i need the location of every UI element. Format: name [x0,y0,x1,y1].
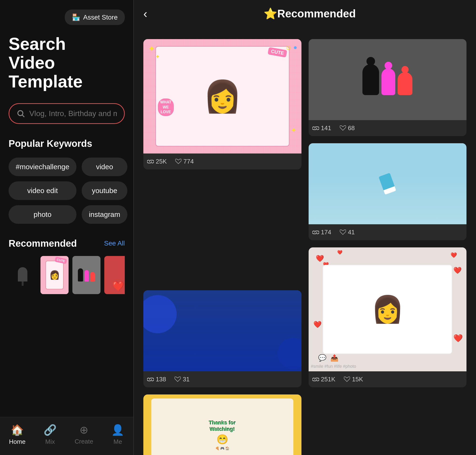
right-panel: ‹ ⭐Recommended New ⭐Recommended Vlog G..… [134,0,476,455]
silhouette-figures [362,64,413,95]
link-count: 25K [156,158,167,165]
tunnel-visual [13,262,32,288]
link-stat: 141 [312,124,331,132]
card-silhouette[interactable]: 141 68 [309,39,467,136]
what-we-love-badge: WHATWELOVE [158,98,174,116]
nav-home[interactable]: 🏠 Home [9,424,25,446]
card-deep-blue[interactable]: 138 31 [143,290,301,387]
back-button[interactable]: ‹ [143,8,147,20]
heart-icon [340,125,346,131]
link-count: 141 [321,124,331,132]
keyword-chip[interactable]: photo [8,205,76,224]
svg-point-0 [18,111,23,116]
link-stat: 25K [147,158,167,165]
thumb-item[interactable] [72,256,101,294]
bottom-nav: 🏠 Home 🔗 Mix ⊕ Create 👤 Me [0,417,133,455]
search-bar[interactable] [8,103,125,124]
link-icon [312,377,319,382]
pink-card-frame: 👩 CUTE WHATWELOVE [155,46,290,146]
blue-eraser-visual [379,173,396,195]
link-icon [312,126,319,131]
like-stat: 15K [344,376,363,383]
search-icon [16,109,25,118]
card-image-hearts: ❤️ ❤️ ❤️ ❤️ ❤️ ❤️ ❤️ 👩 #smile #fun #life… [309,247,467,371]
thumb-item[interactable]: CUTE 👩 [40,256,69,294]
card-image-silhouette [309,39,467,120]
svg-point-4 [21,272,24,278]
recommended-title: Recommended [8,238,77,249]
like-count: 774 [183,158,194,165]
recommended-thumbnails: CUTE 👩 ❤️ [8,256,125,294]
card-stats: 251K 15K [309,371,467,387]
like-stat: 41 [340,228,355,236]
link-icon [147,159,154,164]
keyword-chip[interactable]: #moviechallenge [8,158,76,176]
card-stats: 174 41 [309,224,467,240]
like-count: 15K [352,376,363,383]
card-image-cartoon: Thanks forWatching! 😁 🍕 🎮 🏠 [143,394,301,455]
nav-me[interactable]: 👤 Me [111,424,124,446]
me-icon: 👤 [111,424,124,436]
link-stat: 174 [312,228,331,236]
cute-badge: CUTE [268,47,287,57]
heart-icon [344,377,350,382]
link-stat: 138 [147,376,166,383]
like-stat: 774 [175,158,194,165]
card-image-pink-cute: 👩 CUTE WHATWELOVE ✦ ✦ ✦ ☺ [143,39,301,154]
keyword-chip[interactable]: video [82,158,127,176]
nav-home-label: Home [9,438,25,446]
nav-create-label: Create [75,438,93,445]
card-image-deep-blue [143,290,301,371]
tags-overlay: #smile #fun #life #photo [311,364,356,369]
link-count: 251K [321,376,335,383]
nav-mix[interactable]: 🔗 Mix [44,424,57,446]
search-input[interactable] [29,109,117,118]
svg-line-1 [22,115,24,117]
like-stat: 31 [175,376,190,383]
chat-icon: 💬 [318,354,326,362]
svg-rect-5 [22,279,24,286]
left-panel: 🏪 Asset Store SearchVideo Template Popul… [0,0,133,455]
right-header: ‹ ⭐Recommended [143,7,467,20]
keyword-chip[interactable]: video edit [8,181,76,200]
link-count: 138 [156,376,166,383]
create-icon: ⊕ [79,424,88,436]
popular-keywords-title: Popular Keywords [8,138,125,149]
content-grid: 👩 CUTE WHATWELOVE ✦ ✦ ✦ ☺ [143,39,467,455]
card-hearts[interactable]: ❤️ ❤️ ❤️ ❤️ ❤️ ❤️ ❤️ 👩 #smile #fun #life… [309,247,467,387]
home-icon: 🏠 [11,424,24,436]
card-blue-object[interactable]: 174 41 [309,143,467,240]
asset-store-label: Asset Store [83,14,118,21]
link-count: 174 [321,228,331,236]
link-stat: 251K [312,376,335,383]
asset-store-button[interactable]: 🏪 Asset Store [65,9,125,25]
card-pink-cute[interactable]: 👩 CUTE WHATWELOVE ✦ ✦ ✦ ☺ [143,39,301,240]
link-icon [147,377,154,382]
mix-icon: 🔗 [44,424,57,436]
nav-create[interactable]: ⊕ Create [75,424,93,446]
card-image-blue-object [309,143,467,224]
card-cartoon[interactable]: Thanks forWatching! 😁 🍕 🎮 🏠 159 [143,394,301,455]
share-icon: 📤 [330,354,339,362]
cartoon-box: Thanks forWatching! 😁 🍕 🎮 🏠 [151,398,293,455]
card-stats: 141 68 [309,120,467,136]
recommended-section-header: Recommended See All [8,238,125,249]
like-count: 31 [183,376,190,383]
heart-icon [175,377,181,382]
nav-me-label: Me [114,438,122,446]
right-panel-title: ⭐Recommended [153,7,467,20]
card-stats: 25K 774 [143,154,301,170]
heart-icon [175,159,182,164]
like-count: 68 [348,124,355,132]
heart-icon [340,229,346,235]
like-stat: 68 [340,124,355,132]
card-stats: 138 31 [143,371,301,387]
link-icon [312,230,319,235]
keyword-chip[interactable]: youtube [82,181,127,200]
thumb-item[interactable]: ❤️ [104,256,125,294]
thumb-item[interactable] [8,256,37,294]
see-all-link[interactable]: See All [104,240,125,247]
like-count: 41 [348,228,355,236]
keyword-chip[interactable]: instagram [82,205,127,224]
keywords-grid: #moviechallenge video video edit youtube… [8,158,125,224]
